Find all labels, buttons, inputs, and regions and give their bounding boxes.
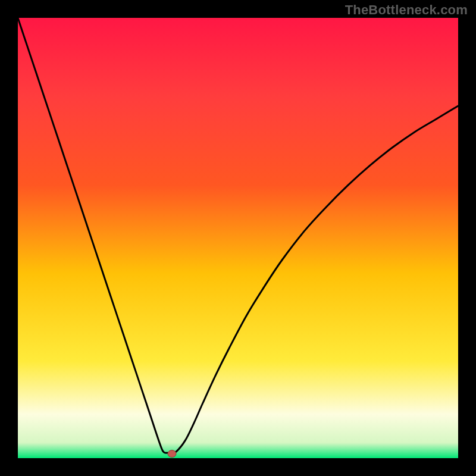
watermark-text: TheBottleneck.com bbox=[345, 2, 468, 18]
chart-container: TheBottleneck.com bbox=[0, 0, 476, 476]
plot-svg bbox=[18, 18, 458, 458]
gradient-background bbox=[18, 18, 458, 458]
plot-area bbox=[18, 18, 458, 458]
optimum-marker bbox=[168, 450, 176, 458]
